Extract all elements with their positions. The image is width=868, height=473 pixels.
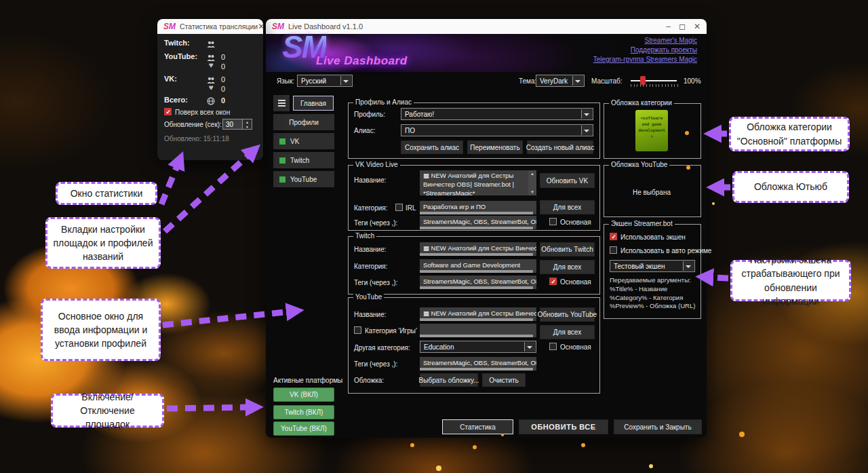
menu-icon[interactable] <box>273 95 290 111</box>
twitch-main-checkbox[interactable] <box>549 278 557 285</box>
vk-name-text: ▦ NEW Анатолий для Сестры Винчестер OBS|… <box>423 172 514 195</box>
maximize-icon[interactable]: ◻ <box>679 22 686 31</box>
link-telegram-group[interactable]: Telegram-группа Streamers Magic <box>593 56 697 63</box>
twitch-toggle-button[interactable]: Twitch (ВКЛ) <box>273 405 334 419</box>
auto-mode-checkbox[interactable] <box>610 246 617 254</box>
arg-category: %Category% - Категория <box>610 294 695 303</box>
interval-value[interactable]: 30 <box>222 119 243 130</box>
vk-name-input[interactable]: ▦ NEW Анатолий для Сестры Винчестер OBS|… <box>420 170 536 195</box>
tab-youtube-label: YouTube <box>290 176 317 183</box>
vk-category-text: Разработка игр и ПО <box>423 203 486 210</box>
update-all-button[interactable]: ОБНОВИТЬ ВСЕ <box>519 419 608 434</box>
chevron-down-icon[interactable] <box>581 126 592 135</box>
yt-other-category-label: Другая категория: <box>354 344 410 352</box>
yt-main-checkbox[interactable] <box>549 343 557 350</box>
callout-stats-window: Окно статистики <box>56 182 157 205</box>
banner: SM Live Dashboard Streamer's Magic Подде… <box>266 34 707 72</box>
stats-titlebar: SM Статистика трансляции ✕ <box>157 19 263 34</box>
select-cover-button[interactable]: Выбрать обложку... <box>420 373 478 387</box>
twitch-category-input[interactable]: Software and Game Development <box>420 259 536 273</box>
vk-toggle-button[interactable]: VK (ВКЛ) <box>273 387 334 402</box>
scale-label: Масштаб: <box>591 77 623 85</box>
update-twitch-button[interactable]: Обновить Twitch <box>540 242 595 257</box>
youtube-group: YouTube Название: ▦ NEW Анатолий для Сес… <box>348 297 600 394</box>
yt-tags-input[interactable]: StreamersMagic, OBS, StreamerBot, ОБС, С… <box>420 357 536 371</box>
close-icon[interactable]: ✕ <box>258 22 264 31</box>
vk-tags-input[interactable]: StreamersMagic, OBS, StreamerBot, ОБС, С… <box>420 216 536 229</box>
total-stats-label: Всего: <box>164 96 188 104</box>
vk-main-checkbox[interactable] <box>549 218 557 225</box>
tab-twitch[interactable]: Twitch <box>273 152 334 168</box>
update-vk-button[interactable]: Обновить VK <box>540 173 595 188</box>
tab-main[interactable]: Главная <box>293 96 334 111</box>
main-window: SM Live Dashboard v1.1.0 – ◻ ✕ SM Live D… <box>266 19 707 438</box>
save-and-close-button[interactable]: Сохранить и Закрыть <box>614 419 702 434</box>
alias-select[interactable]: ПО <box>401 124 593 136</box>
chevron-down-icon[interactable] <box>340 76 351 86</box>
youtube-toggle-button[interactable]: YouTube (ВКЛ) <box>273 421 334 436</box>
update-youtube-button[interactable]: Обновить YouTube <box>540 307 595 322</box>
yt-games-category-input[interactable] <box>420 324 536 337</box>
chevron-down-icon[interactable] <box>572 76 583 86</box>
theme-value: VeryDark <box>540 77 568 85</box>
save-alias-button[interactable]: Сохранить алиас <box>401 140 463 154</box>
tab-youtube[interactable]: YouTube <box>273 171 334 187</box>
twitch-tags-input[interactable]: StreamersMagic, OBS, StreamerBot, ОБС, С… <box>420 276 536 289</box>
scroll-up-icon[interactable]: ▲ <box>530 171 534 176</box>
alias-label: Алиас: <box>354 127 375 134</box>
twitch-main-label: Основная <box>560 278 591 286</box>
irl-checkbox[interactable] <box>395 204 403 211</box>
tab-vk[interactable]: VK <box>273 133 334 149</box>
spinner-down-icon[interactable]: ▼ <box>243 124 252 129</box>
scroll-down-icon[interactable]: ▼ <box>530 189 534 195</box>
spinner-up-icon[interactable]: ▲ <box>243 119 252 124</box>
interval-stepper[interactable]: 30 ▲▼ <box>222 119 252 130</box>
auto-mode-label: Использовать в авто режиме <box>620 247 711 254</box>
language-select[interactable]: Русский <box>297 75 353 87</box>
clear-cover-button[interactable]: Очистить <box>482 373 526 387</box>
vk-for-all-button[interactable]: Для всех <box>540 200 595 214</box>
chevron-down-icon[interactable] <box>524 342 535 352</box>
vertical-scrollbar[interactable]: ▲▼ <box>528 170 536 195</box>
yt-name-input[interactable]: ▦ NEW Анатолий для Сестры Винчестер OBS|… <box>420 307 536 321</box>
topmost-checkbox[interactable] <box>164 108 172 115</box>
create-alias-button[interactable]: Создать новый алиас <box>527 140 593 154</box>
twitch-name-input[interactable]: ▦ NEW Анатолий для Сестры Винчестер OBS|… <box>420 242 536 256</box>
yt-games-category-checkbox[interactable] <box>354 326 361 334</box>
vk-stats-label: VK: <box>164 75 177 83</box>
yt-other-category-select[interactable]: Education <box>420 341 536 353</box>
chevron-down-icon[interactable] <box>581 109 592 119</box>
likes-icon: ♥ <box>206 62 216 69</box>
tab-profiles[interactable]: Профили <box>273 114 334 130</box>
vk-tags-label: Теги (через ,): <box>354 219 397 227</box>
yt-main-label: Основная <box>560 343 591 351</box>
chevron-down-icon[interactable] <box>683 261 694 271</box>
language-value: Русский <box>301 77 326 85</box>
statistics-button[interactable]: Статистика <box>442 419 513 434</box>
youtube-status-icon <box>279 176 285 183</box>
yt-for-all-button[interactable]: Для всех <box>540 325 595 339</box>
vk-category-input[interactable]: Разработка игр и ПО <box>420 201 536 214</box>
twitch-for-all-button[interactable]: Для всех <box>540 260 595 274</box>
callout-action-settings: Настройки экшена страбатывающего при обн… <box>730 260 851 301</box>
interval-label: Обновление (сек): <box>164 121 222 128</box>
group-title: Экшен Streamer.bot <box>609 220 675 227</box>
profile-select[interactable]: Работаю! <box>401 108 593 120</box>
callout-category-cover: Обложка категории "Основной" платформы <box>729 117 850 151</box>
active-platforms-label: Активные платформы <box>273 377 342 384</box>
use-action-checkbox[interactable] <box>610 233 617 240</box>
alias-value: ПО <box>405 127 415 134</box>
action-value: Тестовый экшен <box>614 263 665 270</box>
group-title: VK Video Live <box>353 161 400 168</box>
close-icon[interactable]: ✕ <box>694 22 701 31</box>
rename-button[interactable]: Переименовать <box>467 140 523 154</box>
scale-slider[interactable] <box>631 80 677 81</box>
theme-select[interactable]: VeryDark <box>536 75 585 87</box>
link-streamers-magic[interactable]: Streamer's Magic <box>593 37 697 44</box>
link-support-projects[interactable]: Поддержать проекты <box>593 46 697 54</box>
streamerbot-action-group: Экшен Streamer.bot Использовать экшен Ис… <box>604 224 701 319</box>
minimize-icon[interactable]: – <box>666 22 671 31</box>
arg-title: %Title% - Название <box>610 285 695 294</box>
main-titlebar: SM Live Dashboard v1.1.0 – ◻ ✕ <box>266 19 707 34</box>
action-select[interactable]: Тестовый экшен <box>610 260 695 272</box>
